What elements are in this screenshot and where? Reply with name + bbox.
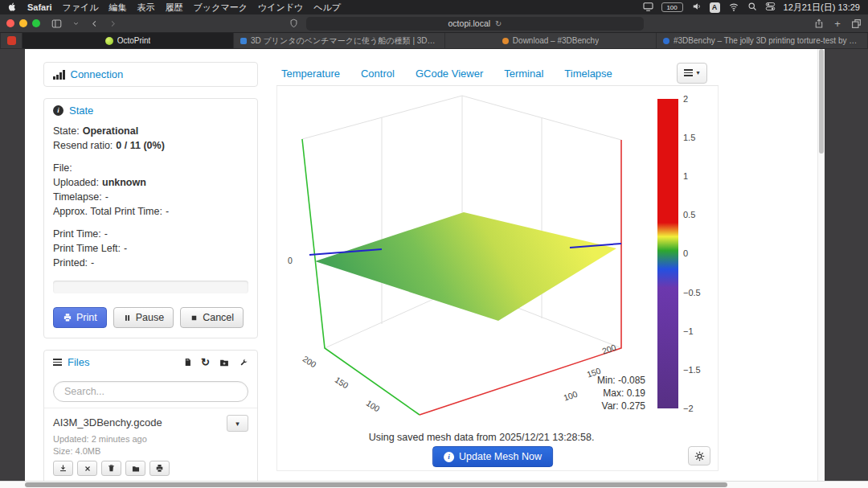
file-updated: Updated: 2 minutes ago [53,434,248,444]
delete-file-button[interactable] [101,461,121,476]
tab-terminal[interactable]: Terminal [504,68,543,80]
folder-icon [131,465,141,473]
page-vertical-scrollbar[interactable] [817,49,825,481]
wifi-icon[interactable] [728,2,739,13]
x-tick-label: 150 [334,375,350,391]
browser-tab-benchmark-article[interactable]: 3D プリンタのベンチマークに使う船の種類 | 3Dエンジン [234,33,444,48]
tab-favicon [663,38,669,44]
menu-bookmarks[interactable]: ブックマーク [194,2,248,14]
close-window-button[interactable] [6,19,14,27]
window-controls [6,19,40,27]
tab-control[interactable]: Control [361,68,395,80]
address-bar[interactable]: octopi.local ↻ [306,17,644,31]
browser-tab-benchy-site[interactable]: #3DBenchy – The jolly 3D printing tortur… [657,33,867,48]
chevron-down-icon[interactable] [70,21,81,27]
colorbar-tick: −1 [683,326,694,336]
mesh-stats: Min: -0.085 Max: 0.19 Var: 0.275 [597,374,645,412]
info-icon: i [444,452,454,462]
approx-line: Approx. Total Print Time:- [53,204,248,219]
colorbar-ticks: 2 1.5 1 0.5 0 −0.5 −1 −1.5 −2 [683,99,715,408]
print-button[interactable]: Print [53,307,107,328]
refresh-files-button[interactable]: ↻ [201,356,210,368]
colorbar-tick: 1.5 [683,133,695,142]
pause-button[interactable]: Pause [113,307,174,328]
uploaded-label: Uploaded: [53,177,99,188]
apple-menu[interactable] [8,2,17,14]
tab-overflow-button[interactable]: ▾ [677,63,707,84]
reload-icon[interactable]: ↻ [495,19,502,28]
browser-tab-download-benchy[interactable]: Download – #3DBenchy [445,33,656,48]
tab-favicon [240,38,247,44]
privacy-shield-icon[interactable] [288,18,299,28]
files-settings-button[interactable] [239,358,248,367]
colorbar-tick: −2 [683,404,694,413]
mesh-stat-max: Max: 0.19 [597,387,645,400]
state-panel: i State State:Operational Resend ratio:0… [43,98,258,338]
menu-help[interactable]: ヘルプ [313,2,341,14]
upload-folder-button[interactable] [219,358,230,367]
timelapse-value: - [105,191,108,203]
menu-view[interactable]: 表示 [137,2,155,14]
battery-icon[interactable]: 100 [661,2,683,12]
cancel-button[interactable]: Cancel [180,307,244,328]
menubar-app-name[interactable]: Safari [27,2,52,12]
search-icon[interactable] [747,2,757,13]
state-panel-body: State:Operational Resend ratio:0 / 11 (0… [44,122,257,338]
colorbar-tick: −0.5 [683,288,701,297]
menu-history[interactable]: 履歴 [166,2,183,14]
tab-overview-button[interactable] [850,18,862,29]
printed-value: - [91,257,94,269]
deselect-file-button[interactable] [77,461,97,476]
back-button[interactable] [88,18,100,29]
tab-temperature[interactable]: Temperature [281,68,340,80]
menu-window[interactable]: ウインドウ [258,2,303,14]
vertical-scrollbar-thumb[interactable] [819,49,824,154]
display-icon[interactable] [643,2,653,13]
octoprint-sidebar: Connection i State State:Operational Res… [43,62,258,481]
plugin-settings-button[interactable] [688,446,710,465]
z-tick-label: 0 [288,256,293,265]
approx-value: - [166,206,169,217]
menu-edit[interactable]: 編集 [109,2,127,14]
colorbar-tick: 0 [683,248,688,258]
url-text: octopi.local [448,18,491,28]
control-center-icon[interactable] [765,2,776,13]
new-tab-button[interactable]: + [832,18,843,30]
print-file-button[interactable] [149,461,170,476]
file-name[interactable]: AI3M_3DBenchy.gcode [53,415,162,429]
sidebar-toggle-button[interactable] [51,18,63,29]
fullscreen-window-button[interactable] [32,19,40,27]
files-search-input[interactable] [53,381,248,402]
menubar-clock[interactable]: 12月21日(日) 13:29 [784,2,860,14]
printed-line: Printed:- [53,256,248,270]
file-dropdown-button[interactable]: ▾ [227,415,248,432]
octoprint-favicon [105,37,113,45]
load-file-button[interactable] [53,461,73,476]
horizontal-scrollbar-thumb[interactable] [25,482,727,487]
tab-timelapse[interactable]: Timelapse [564,68,612,80]
tab-gcode-viewer[interactable]: GCode Viewer [416,68,483,80]
wrench-icon [239,358,248,367]
state-title: State [69,105,93,117]
menu-file[interactable]: ファイル [63,2,99,14]
minimize-window-button[interactable] [19,19,27,27]
update-mesh-button[interactable]: i Update Mesh Now [432,446,553,467]
macos-menubar: Safari ファイル 編集 表示 履歴 ブックマーク ウインドウ ヘルプ 10… [0,0,868,14]
state-panel-header[interactable]: i State [44,99,257,122]
file-entry: AI3M_3DBenchy.gcode ▾ Updated: 2 minutes… [44,408,257,481]
x-tick-label: 100 [365,398,382,414]
horizontal-scrollbar[interactable] [0,481,868,488]
y-tick-label: 100 [562,389,579,403]
forward-button[interactable] [107,18,118,29]
move-file-button[interactable] [125,461,145,476]
mesh-surface [315,212,616,321]
files-panel-header[interactable]: Files ↻ [44,351,257,374]
trash-icon [107,464,116,473]
sd-card-button[interactable] [183,357,192,367]
volume-icon[interactable] [691,2,702,13]
pinned-tab[interactable] [1,33,22,48]
share-button[interactable] [813,18,825,29]
input-source-icon[interactable]: A [710,2,720,13]
connection-panel-header[interactable]: Connection [44,63,257,86]
browser-tab-octoprint[interactable]: OctoPrint [23,33,233,48]
